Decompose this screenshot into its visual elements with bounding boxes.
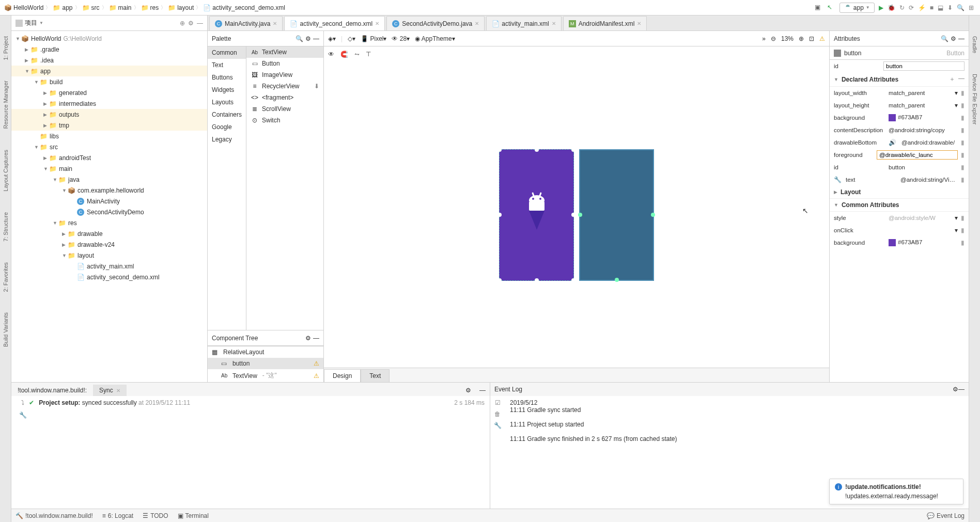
tree-item[interactable]: ▶📁androidTest bbox=[11, 152, 207, 163]
palette-item[interactable]: ≣ScrollView bbox=[246, 103, 323, 115]
tree-item[interactable]: ▶📁outputs bbox=[11, 109, 207, 120]
right-tab-gradle[interactable]: Gradle bbox=[972, 36, 978, 53]
left-tab-buildvar[interactable]: Build Variants bbox=[3, 312, 9, 347]
breadcrumb-item[interactable]: 📁src bbox=[82, 4, 100, 11]
tree-item[interactable]: ▼📦HelloWorldG:\HelloWorld bbox=[11, 33, 207, 44]
tree-item[interactable]: ▼📁res bbox=[11, 217, 207, 228]
close-icon[interactable]: ✕ bbox=[475, 21, 479, 26]
avd-icon[interactable]: ⬓ bbox=[938, 4, 943, 11]
tree-item[interactable]: ▶📁tmp bbox=[11, 120, 207, 131]
dropdown-icon[interactable]: ▾ bbox=[955, 102, 958, 109]
eye-icon[interactable]: 👁 bbox=[328, 51, 334, 58]
collapse-icon[interactable]: — bbox=[958, 386, 965, 393]
palette-category[interactable]: Legacy bbox=[208, 133, 246, 146]
collapse-icon[interactable]: — bbox=[475, 385, 490, 396]
attr-drawable-bottom[interactable]: @android:drawable/ bbox=[901, 139, 958, 146]
debug-icon[interactable]: 🐞 bbox=[888, 4, 895, 11]
gear-icon[interactable]: ⚙ bbox=[188, 20, 194, 27]
tree-item[interactable]: ▶📁.idea bbox=[11, 55, 207, 66]
sync-tree-icon[interactable]: ⤵ bbox=[21, 399, 24, 406]
left-tab-structure[interactable]: 7: Structure bbox=[3, 212, 9, 242]
palette-category[interactable]: Common bbox=[208, 46, 246, 59]
text-tab[interactable]: Text bbox=[361, 369, 390, 382]
collapse-icon[interactable]: — bbox=[313, 335, 319, 342]
editor-tab[interactable]: CMainActivity.java✕ bbox=[209, 16, 283, 30]
chevron-down-icon[interactable]: ▼ bbox=[834, 202, 838, 208]
bottom-eventlog[interactable]: 💬 Event Log bbox=[927, 512, 965, 519]
palette-category[interactable]: Layouts bbox=[208, 96, 246, 108]
editor-tab[interactable]: 📄activity_main.xml✕ bbox=[486, 16, 561, 30]
chevron-icon[interactable]: ▼ bbox=[43, 166, 49, 171]
add-icon[interactable]: ＋ bbox=[949, 75, 955, 84]
attr-content-desc[interactable]: @android:string/copy bbox=[889, 127, 958, 133]
align-icon[interactable]: ⥊ bbox=[354, 51, 360, 58]
chevron-icon[interactable]: ▶ bbox=[43, 112, 49, 117]
run-config-dropdown[interactable]: app ▼ bbox=[839, 3, 875, 13]
collapse-icon[interactable]: — bbox=[958, 35, 965, 42]
wrench-icon[interactable]: 🔧 bbox=[494, 422, 502, 429]
tree-item[interactable]: ▶📁.gradle bbox=[11, 44, 207, 55]
left-tab-project[interactable]: 1: Project bbox=[3, 36, 9, 60]
chevron-icon[interactable]: ▼ bbox=[53, 220, 58, 226]
chevron-icon[interactable]: ▼ bbox=[62, 253, 67, 258]
palette-category[interactable]: Text bbox=[208, 59, 246, 71]
attr-id-input[interactable] bbox=[883, 61, 965, 71]
chevron-icon[interactable]: ▶ bbox=[62, 242, 67, 247]
tree-item[interactable]: ▼📁layout bbox=[11, 250, 207, 261]
tree-item[interactable]: ▶📁intermediates bbox=[11, 98, 207, 109]
design-surface[interactable] bbox=[499, 149, 574, 281]
attr-text[interactable]: @android:string/Video bbox=[900, 177, 958, 183]
tree-item[interactable]: ▼📁src bbox=[11, 141, 207, 152]
tree-item[interactable]: 📁libs bbox=[11, 131, 207, 141]
collapse-icon[interactable]: — bbox=[197, 20, 203, 27]
theme-dropdown[interactable]: ◉ AppTheme▾ bbox=[415, 35, 455, 42]
chevron-icon[interactable]: ▶ bbox=[62, 231, 67, 236]
gear-icon[interactable]: ⚙ bbox=[953, 386, 958, 393]
gear-icon[interactable]: ⚙ bbox=[305, 35, 311, 42]
palette-item[interactable]: 🖼ImageView bbox=[246, 69, 323, 81]
chevron-icon[interactable]: ▶ bbox=[25, 47, 30, 52]
breadcrumb-item[interactable]: 📄activity_second_demo.xml bbox=[203, 4, 285, 11]
attr-id2[interactable]: button bbox=[889, 164, 958, 170]
exit-icon[interactable]: ▣ bbox=[815, 4, 823, 12]
breadcrumb-item[interactable]: 📁app bbox=[53, 4, 72, 11]
breadcrumb-item[interactable]: 📁layout bbox=[168, 4, 194, 11]
palette-item[interactable]: <><fragment> bbox=[246, 92, 323, 103]
chevron-icon[interactable]: ▼ bbox=[62, 188, 67, 193]
zoom-out-icon[interactable]: ⊖ bbox=[771, 35, 776, 42]
attach-icon[interactable]: ⚡ bbox=[918, 4, 926, 11]
search-icon[interactable]: 🔍 bbox=[957, 4, 965, 11]
tree-item[interactable]: ▼📦com.example.helloworld bbox=[11, 185, 207, 196]
chevron-icon[interactable]: ▶ bbox=[43, 90, 49, 96]
tree-item[interactable]: ▼📁main bbox=[11, 163, 207, 174]
tree-item[interactable]: ▼📁app bbox=[11, 66, 207, 76]
breadcrumb-item[interactable]: 📁main bbox=[109, 4, 132, 11]
build-tab-sync[interactable]: Sync✕ bbox=[93, 385, 127, 396]
palette-item[interactable]: ⊙Switch bbox=[246, 115, 323, 126]
chevron-down-icon[interactable]: ▼ bbox=[834, 77, 838, 82]
component-tree-item[interactable]: AbTextView- "这"⚠ bbox=[208, 369, 323, 382]
editor-tab[interactable]: MAndroidManifest.xml✕ bbox=[563, 16, 647, 30]
tree-item[interactable]: CMainActivity bbox=[11, 196, 207, 207]
sync-icon[interactable]: ↖ bbox=[827, 4, 835, 12]
palette-category[interactable]: Buttons bbox=[208, 71, 246, 84]
magnet-icon[interactable]: 🧲 bbox=[340, 51, 348, 58]
bottom-logcat[interactable]: ≡ 6: Logcat bbox=[102, 512, 133, 519]
editor-tab[interactable]: 📄activity_second_demo.xml✕ bbox=[284, 16, 385, 30]
view-mode-dropdown[interactable]: ◈▾ bbox=[328, 35, 336, 42]
chevron-icon[interactable]: ▶ bbox=[43, 101, 49, 106]
tree-item[interactable]: 📄activity_second_demo.xml bbox=[11, 272, 207, 282]
close-icon[interactable]: ✕ bbox=[375, 21, 379, 26]
chevron-icon[interactable]: ▼ bbox=[34, 80, 39, 85]
chevron-icon[interactable]: ▼ bbox=[34, 145, 39, 150]
palette-category[interactable]: Google bbox=[208, 121, 246, 133]
right-tab-devfile[interactable]: Device File Explorer bbox=[972, 74, 978, 124]
gear-icon[interactable]: ⚙ bbox=[461, 385, 475, 396]
more-icon[interactable]: » bbox=[762, 35, 766, 42]
tree-item[interactable]: ▼📁build bbox=[11, 76, 207, 87]
close-icon[interactable]: ✕ bbox=[552, 21, 556, 26]
breadcrumb[interactable]: 📦HelloWorld〉📁app〉📁src〉📁main〉📁res〉📁layout… bbox=[0, 4, 815, 11]
left-tab-captures[interactable]: Layout Captures bbox=[3, 150, 9, 192]
close-icon[interactable]: ✕ bbox=[637, 21, 641, 26]
device-dropdown[interactable]: 📱 Pixel▾ bbox=[361, 35, 386, 42]
